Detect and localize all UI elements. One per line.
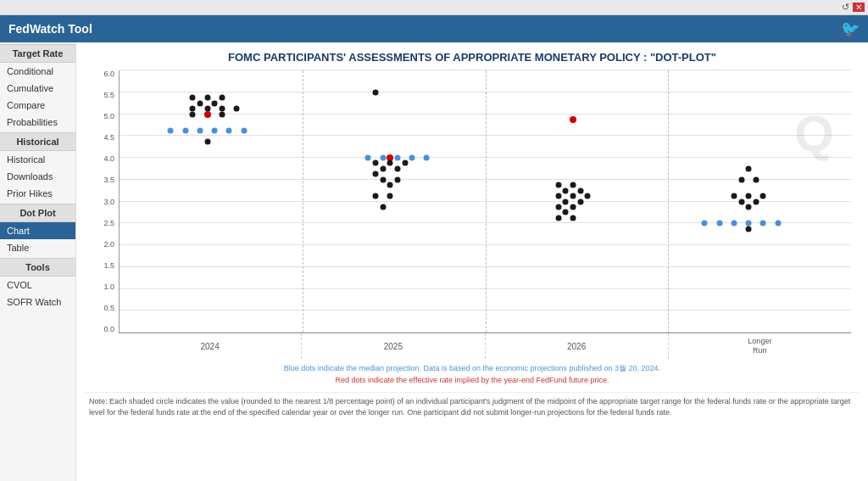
dot-2026-4 — [577, 187, 583, 193]
dot-2024-1 — [190, 95, 196, 101]
dot-lr-blue-2 — [716, 221, 722, 227]
dot-2025-6 — [394, 165, 400, 171]
y-label-0: 0.0 — [85, 326, 117, 333]
sidebar-item-sofr-watch[interactable]: SOFR Watch — [0, 294, 75, 310]
dot-lr-10 — [746, 226, 752, 232]
dot-2025-blue-3 — [394, 154, 400, 160]
dot-2025-10 — [387, 182, 393, 188]
dot-2024-red — [204, 111, 211, 118]
dot-2024-12 — [204, 138, 210, 144]
dot-2025-1 — [373, 89, 379, 95]
chart-legend: Blue dots indicate the median projection… — [85, 362, 860, 387]
x-label-longer-run: LongerRun — [669, 333, 851, 359]
close-icon[interactable]: ✕ — [853, 3, 865, 12]
dot-2025-11 — [373, 193, 379, 199]
dot-2026-7 — [585, 193, 591, 199]
x-label-2026: 2026 — [486, 333, 669, 359]
dot-lr-7 — [738, 199, 744, 204]
dot-2024-blue-2 — [182, 127, 188, 133]
dot-2026-11 — [570, 204, 576, 210]
content-area: FOMC PARTICIPANTS' ASSESSMENTS OF APPROP… — [76, 42, 868, 481]
dot-2026-8 — [563, 199, 569, 204]
dot-2024-blue-1 — [168, 127, 174, 133]
dot-2025-8 — [380, 176, 386, 182]
y-label-10: 1.0 — [85, 283, 117, 291]
sidebar-item-historical[interactable]: Historical — [0, 151, 75, 168]
sidebar-item-conditional[interactable]: Conditional — [0, 63, 75, 80]
main-layout: Target Rate Conditional Cumulative Compa… — [0, 42, 868, 481]
sidebar-item-table[interactable]: Table — [0, 239, 75, 256]
dot-2024-10 — [190, 111, 196, 117]
dot-2024-5 — [212, 100, 218, 106]
x-axis: 2024 2025 2026 LongerRun — [119, 333, 851, 359]
dot-lr-3 — [753, 176, 759, 182]
dot-2026-14 — [570, 215, 576, 221]
legend-blue-text: Blue dots indicate the median projection… — [284, 364, 660, 372]
dot-2026-12 — [563, 210, 569, 215]
y-label-50: 5.0 — [85, 113, 117, 120]
y-label-20: 2.0 — [85, 241, 117, 249]
app-title: FedWatch Tool — [8, 22, 92, 36]
sidebar-item-cvol[interactable]: CVOL — [0, 277, 75, 294]
sidebar-section-historical: Historical — [0, 132, 75, 151]
dot-lr-1 — [746, 165, 752, 171]
dot-2026-5 — [555, 193, 561, 199]
y-label-30: 3.0 — [85, 199, 117, 206]
top-bar: ↺ ✕ — [0, 0, 868, 15]
y-label-55: 5.5 — [85, 92, 117, 99]
dot-2025-2 — [373, 160, 379, 166]
dot-2024-3 — [219, 95, 225, 101]
y-axis: 0.0 0.5 1.0 1.5 2.0 2.5 3.0 3.5 4.0 4.5 … — [85, 70, 117, 333]
dot-2026-red — [570, 116, 576, 123]
dot-2025-blue-5 — [424, 154, 430, 160]
y-label-05: 0.5 — [85, 305, 117, 312]
sidebar-section-dot-plot: Dot Plot — [0, 204, 75, 222]
dot-2025-3 — [387, 160, 393, 166]
dot-lr-6 — [760, 193, 766, 199]
dot-lr-5 — [746, 193, 752, 199]
dot-2024-2 — [204, 95, 210, 101]
dot-2026-10 — [555, 204, 561, 210]
dot-2025-5 — [380, 165, 386, 171]
y-label-60: 6.0 — [85, 70, 117, 78]
dot-2026-3 — [563, 187, 569, 193]
chart-container: 0.0 0.5 1.0 1.5 2.0 2.5 3.0 3.5 4.0 4.5 … — [85, 70, 860, 359]
sidebar-item-prior-hikes[interactable]: Prior Hikes — [0, 185, 75, 202]
dot-2025-12 — [387, 193, 393, 199]
dot-2025-blue-4 — [409, 154, 415, 160]
dot-lr-blue-3 — [731, 221, 737, 227]
watermark: Q — [794, 104, 834, 163]
chart-plot-area: Q — [119, 70, 851, 333]
x-label-2025: 2025 — [302, 333, 485, 359]
x-label-2024: 2024 — [119, 333, 302, 359]
y-label-15: 1.5 — [85, 262, 117, 270]
dot-2024-blue-4 — [212, 127, 218, 133]
dot-lr-blue-6 — [775, 221, 781, 227]
twitter-icon[interactable]: 🐦 — [841, 20, 860, 38]
sidebar-section-target-rate: Target Rate — [0, 44, 75, 63]
dot-lr-2 — [738, 176, 744, 182]
sidebar-item-chart[interactable]: Chart — [0, 222, 75, 239]
refresh-icon[interactable]: ↺ — [842, 2, 849, 13]
dot-2025-4 — [402, 160, 408, 166]
sidebar-item-compare[interactable]: Compare — [0, 97, 75, 114]
y-label-35: 3.5 — [85, 176, 117, 184]
dot-2025-7 — [373, 171, 379, 177]
dot-2025-9 — [394, 176, 400, 182]
sidebar-item-probabilities[interactable]: Probabilities — [0, 114, 75, 131]
dot-2026-1 — [555, 182, 561, 188]
dot-lr-8 — [753, 199, 759, 204]
sidebar: Target Rate Conditional Cumulative Compa… — [0, 42, 76, 481]
sidebar-item-cumulative[interactable]: Cumulative — [0, 80, 75, 97]
dot-lr-4 — [731, 193, 737, 199]
y-label-45: 4.5 — [85, 134, 117, 142]
dot-2026-9 — [577, 199, 583, 204]
dot-2024-blue-5 — [226, 127, 232, 133]
legend-red-text: Red dots indicate the effective rate imp… — [335, 376, 609, 384]
app-header: FedWatch Tool 🐦 — [0, 15, 868, 42]
dot-2024-11 — [219, 111, 225, 117]
dot-2025-13 — [380, 204, 386, 210]
dot-lr-9 — [746, 204, 752, 210]
sidebar-item-downloads[interactable]: Downloads — [0, 168, 75, 185]
chart-note: Note: Each shaded circle indicates the v… — [85, 392, 860, 419]
